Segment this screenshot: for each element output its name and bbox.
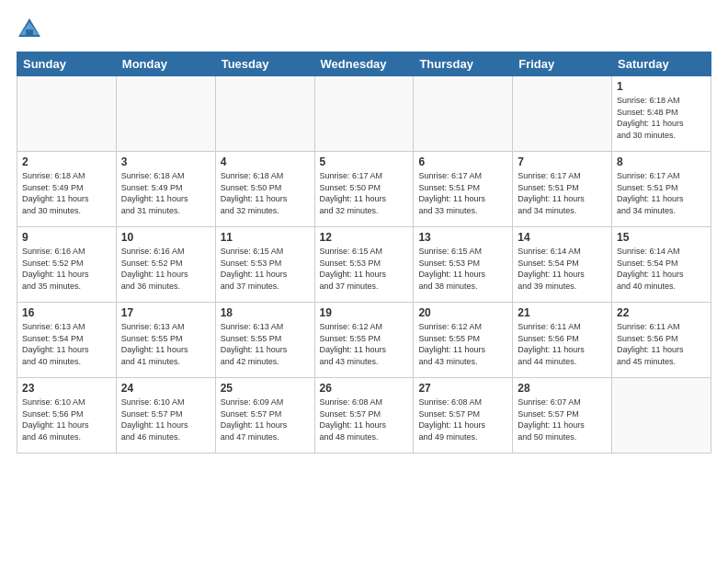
day-cell: 23Sunrise: 6:10 AM Sunset: 5:56 PM Dayli… — [17, 378, 117, 454]
day-number: 11 — [221, 231, 310, 244]
day-info: Sunrise: 6:13 AM Sunset: 5:55 PM Dayligh… — [121, 321, 210, 367]
day-cell — [314, 76, 414, 152]
day-cell — [513, 76, 612, 152]
day-cell: 10Sunrise: 6:16 AM Sunset: 5:52 PM Dayli… — [116, 227, 215, 303]
col-header-thursday: Thursday — [414, 52, 513, 76]
day-number: 14 — [518, 231, 607, 244]
day-number: 18 — [221, 306, 310, 319]
day-info: Sunrise: 6:18 AM Sunset: 5:50 PM Dayligh… — [221, 170, 310, 216]
day-number: 8 — [617, 155, 706, 168]
day-info: Sunrise: 6:15 AM Sunset: 5:53 PM Dayligh… — [221, 246, 310, 292]
day-cell: 16Sunrise: 6:13 AM Sunset: 5:54 PM Dayli… — [17, 303, 117, 378]
day-info: Sunrise: 6:10 AM Sunset: 5:56 PM Dayligh… — [22, 396, 111, 442]
day-number: 4 — [221, 155, 310, 168]
day-number: 5 — [320, 155, 409, 168]
day-number: 6 — [418, 155, 507, 168]
day-info: Sunrise: 6:10 AM Sunset: 5:57 PM Dayligh… — [121, 396, 210, 442]
day-cell: 15Sunrise: 6:14 AM Sunset: 5:54 PM Dayli… — [612, 227, 711, 303]
day-number: 19 — [320, 306, 409, 319]
day-info: Sunrise: 6:12 AM Sunset: 5:55 PM Dayligh… — [418, 321, 507, 367]
col-header-friday: Friday — [513, 52, 612, 76]
day-number: 22 — [617, 306, 706, 319]
day-cell: 20Sunrise: 6:12 AM Sunset: 5:55 PM Dayli… — [414, 303, 513, 378]
svg-rect-2 — [26, 29, 33, 37]
day-info: Sunrise: 6:08 AM Sunset: 5:57 PM Dayligh… — [418, 396, 507, 442]
day-cell: 8Sunrise: 6:17 AM Sunset: 5:51 PM Daylig… — [612, 152, 711, 227]
calendar-table: SundayMondayTuesdayWednesdayThursdayFrid… — [17, 52, 711, 454]
day-cell: 13Sunrise: 6:15 AM Sunset: 5:53 PM Dayli… — [414, 227, 513, 303]
page: SundayMondayTuesdayWednesdayThursdayFrid… — [0, 0, 728, 563]
day-info: Sunrise: 6:14 AM Sunset: 5:54 PM Dayligh… — [518, 246, 607, 292]
day-number: 28 — [518, 382, 607, 395]
day-number: 1 — [617, 80, 706, 93]
day-cell: 27Sunrise: 6:08 AM Sunset: 5:57 PM Dayli… — [414, 378, 513, 454]
day-number: 3 — [121, 155, 210, 168]
day-cell: 4Sunrise: 6:18 AM Sunset: 5:50 PM Daylig… — [215, 152, 314, 227]
day-cell — [116, 76, 215, 152]
day-cell: 3Sunrise: 6:18 AM Sunset: 5:49 PM Daylig… — [116, 152, 215, 227]
week-row-1: 2Sunrise: 6:18 AM Sunset: 5:49 PM Daylig… — [17, 152, 711, 227]
day-info: Sunrise: 6:12 AM Sunset: 5:55 PM Dayligh… — [320, 321, 409, 367]
day-info: Sunrise: 6:11 AM Sunset: 5:56 PM Dayligh… — [617, 321, 706, 367]
day-number: 12 — [320, 231, 409, 244]
day-number: 13 — [418, 231, 507, 244]
header — [17, 17, 711, 42]
day-cell: 28Sunrise: 6:07 AM Sunset: 5:57 PM Dayli… — [513, 378, 612, 454]
day-cell: 24Sunrise: 6:10 AM Sunset: 5:57 PM Dayli… — [116, 378, 215, 454]
day-cell: 12Sunrise: 6:15 AM Sunset: 5:53 PM Dayli… — [314, 227, 414, 303]
day-cell: 21Sunrise: 6:11 AM Sunset: 5:56 PM Dayli… — [513, 303, 612, 378]
logo-icon — [17, 17, 42, 42]
week-row-2: 9Sunrise: 6:16 AM Sunset: 5:52 PM Daylig… — [17, 227, 711, 303]
day-info: Sunrise: 6:18 AM Sunset: 5:49 PM Dayligh… — [121, 170, 210, 216]
day-info: Sunrise: 6:11 AM Sunset: 5:56 PM Dayligh… — [518, 321, 607, 367]
day-number: 25 — [221, 382, 310, 395]
day-number: 16 — [22, 306, 111, 319]
day-number: 17 — [121, 306, 210, 319]
day-cell — [17, 76, 117, 152]
day-number: 26 — [320, 382, 409, 395]
day-info: Sunrise: 6:13 AM Sunset: 5:55 PM Dayligh… — [221, 321, 310, 367]
day-info: Sunrise: 6:17 AM Sunset: 5:50 PM Dayligh… — [320, 170, 409, 216]
day-cell: 25Sunrise: 6:09 AM Sunset: 5:57 PM Dayli… — [215, 378, 314, 454]
day-number: 2 — [22, 155, 111, 168]
week-row-4: 23Sunrise: 6:10 AM Sunset: 5:56 PM Dayli… — [17, 378, 711, 454]
day-cell — [612, 378, 711, 454]
day-info: Sunrise: 6:17 AM Sunset: 5:51 PM Dayligh… — [617, 170, 706, 216]
day-cell: 11Sunrise: 6:15 AM Sunset: 5:53 PM Dayli… — [215, 227, 314, 303]
day-cell: 22Sunrise: 6:11 AM Sunset: 5:56 PM Dayli… — [612, 303, 711, 378]
day-number: 10 — [121, 231, 210, 244]
day-info: Sunrise: 6:07 AM Sunset: 5:57 PM Dayligh… — [518, 396, 607, 442]
day-cell: 6Sunrise: 6:17 AM Sunset: 5:51 PM Daylig… — [414, 152, 513, 227]
week-row-3: 16Sunrise: 6:13 AM Sunset: 5:54 PM Dayli… — [17, 303, 711, 378]
day-number: 21 — [518, 306, 607, 319]
day-info: Sunrise: 6:17 AM Sunset: 5:51 PM Dayligh… — [518, 170, 607, 216]
day-info: Sunrise: 6:16 AM Sunset: 5:52 PM Dayligh… — [121, 246, 210, 292]
day-number: 7 — [518, 155, 607, 168]
day-info: Sunrise: 6:08 AM Sunset: 5:57 PM Dayligh… — [320, 396, 409, 442]
week-row-0: 1Sunrise: 6:18 AM Sunset: 5:48 PM Daylig… — [17, 76, 711, 152]
day-cell — [414, 76, 513, 152]
day-number: 23 — [22, 382, 111, 395]
day-cell — [215, 76, 314, 152]
day-info: Sunrise: 6:16 AM Sunset: 5:52 PM Dayligh… — [22, 246, 111, 292]
col-header-wednesday: Wednesday — [314, 52, 414, 76]
day-cell: 17Sunrise: 6:13 AM Sunset: 5:55 PM Dayli… — [116, 303, 215, 378]
day-cell: 9Sunrise: 6:16 AM Sunset: 5:52 PM Daylig… — [17, 227, 117, 303]
day-info: Sunrise: 6:14 AM Sunset: 5:54 PM Dayligh… — [617, 246, 706, 292]
logo — [17, 17, 45, 42]
day-info: Sunrise: 6:13 AM Sunset: 5:54 PM Dayligh… — [22, 321, 111, 367]
day-cell: 5Sunrise: 6:17 AM Sunset: 5:50 PM Daylig… — [314, 152, 414, 227]
day-cell: 2Sunrise: 6:18 AM Sunset: 5:49 PM Daylig… — [17, 152, 117, 227]
day-info: Sunrise: 6:15 AM Sunset: 5:53 PM Dayligh… — [320, 246, 409, 292]
day-cell: 14Sunrise: 6:14 AM Sunset: 5:54 PM Dayli… — [513, 227, 612, 303]
col-header-monday: Monday — [116, 52, 215, 76]
day-info: Sunrise: 6:15 AM Sunset: 5:53 PM Dayligh… — [418, 246, 507, 292]
day-number: 9 — [22, 231, 111, 244]
day-number: 15 — [617, 231, 706, 244]
col-header-sunday: Sunday — [17, 52, 117, 76]
day-cell: 19Sunrise: 6:12 AM Sunset: 5:55 PM Dayli… — [314, 303, 414, 378]
calendar-header-row: SundayMondayTuesdayWednesdayThursdayFrid… — [17, 52, 711, 76]
day-cell: 1Sunrise: 6:18 AM Sunset: 5:48 PM Daylig… — [612, 76, 711, 152]
col-header-saturday: Saturday — [612, 52, 711, 76]
day-cell: 7Sunrise: 6:17 AM Sunset: 5:51 PM Daylig… — [513, 152, 612, 227]
